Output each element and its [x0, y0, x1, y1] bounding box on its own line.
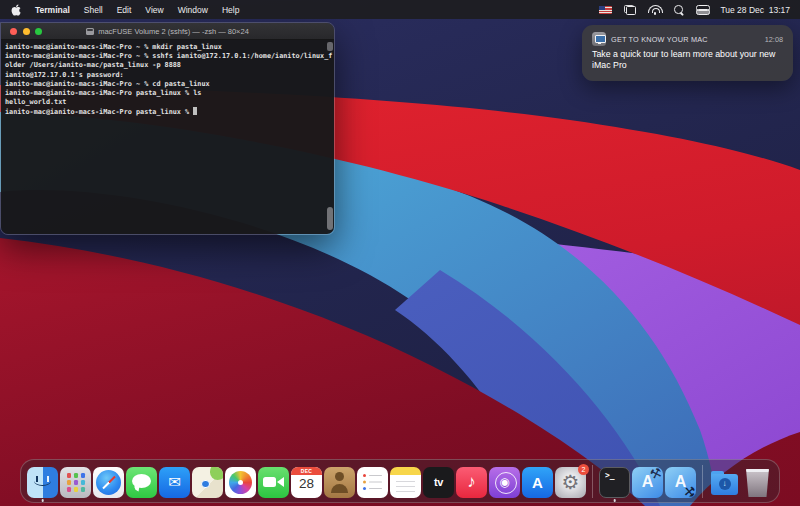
dock-item-notes[interactable] [390, 467, 421, 498]
dock-item-finder[interactable] [27, 467, 58, 498]
terminal-line: hello_world.txt [5, 98, 324, 107]
control-center-icon[interactable] [696, 5, 708, 15]
dock-separator [592, 465, 593, 498]
dock-item-photos[interactable] [225, 467, 256, 498]
dock-item-reminders[interactable] [357, 467, 388, 498]
facetime-icon [258, 467, 289, 498]
notes-icon [390, 467, 421, 498]
notification-banner[interactable]: GET TO KNOW YOUR MAC 12:08 Take a quick … [582, 25, 793, 81]
dock-item-downloads[interactable]: ↓ [709, 467, 740, 498]
dock-separator [702, 465, 703, 498]
safari-icon [93, 467, 124, 498]
terminal-line: ianito-mac@ianito-macs-iMac-Pro pasta_li… [5, 89, 324, 98]
terminal-line: ianito-mac@ianito-macs-iMac-Pro ~ % cd p… [5, 80, 324, 89]
notification-time: 12:08 [765, 35, 783, 44]
tv-icon: tv [423, 467, 454, 498]
apple-menu-icon[interactable] [11, 4, 21, 16]
terminal-window[interactable]: macFUSE Volume 2 (sshfs) — -zsh — 80×24 … [0, 22, 335, 235]
photos-icon [225, 467, 256, 498]
terminal-title-bar[interactable]: macFUSE Volume 2 (sshfs) — -zsh — 80×24 [1, 23, 334, 40]
terminal-line: ianito-mac@ianito-macs-iMac-Pro ~ % mkdi… [5, 43, 324, 52]
devtool2-icon: A [665, 467, 696, 498]
active-app-name[interactable]: Terminal [35, 5, 70, 15]
dock-item-appstore[interactable]: A [522, 467, 553, 498]
devtool-icon: A [632, 467, 663, 498]
dock-item-mail[interactable]: ✉ [159, 467, 190, 498]
dock-item-calendar[interactable]: DEC28 [291, 467, 322, 498]
contacts-icon [324, 467, 355, 498]
terminal-cursor [193, 107, 197, 115]
downloads-icon: ↓ [709, 467, 740, 498]
finder-icon [27, 467, 58, 498]
imac-display-icon [592, 32, 606, 46]
dock-item-devtool2[interactable]: A [665, 467, 696, 498]
maps-icon [192, 467, 223, 498]
dock: ✉DEC28tv♪◉A⚙2>_AA↓ [20, 459, 780, 503]
notification-body: Take a quick tour to learn more about yo… [592, 49, 783, 72]
notification-badge: 2 [578, 464, 589, 475]
menu-shell[interactable]: Shell [84, 5, 103, 15]
dock-item-messages[interactable] [126, 467, 157, 498]
notification-title: GET TO KNOW YOUR MAC [611, 35, 760, 44]
reminders-icon [357, 467, 388, 498]
menu-help[interactable]: Help [222, 5, 239, 15]
terminal-prompt-line: ianito-mac@ianito-macs-iMac-Pro pasta_li… [5, 107, 324, 117]
dock-item-launchpad[interactable] [60, 467, 91, 498]
trash-icon [742, 467, 773, 498]
minimize-button[interactable] [23, 28, 30, 35]
terminal-output-lines: ianito-mac@ianito-macs-iMac-Pro ~ % mkdi… [5, 43, 324, 107]
calendar-icon: DEC28 [291, 467, 322, 498]
mail-icon: ✉ [159, 467, 190, 498]
dock-item-syspref[interactable]: ⚙2 [555, 467, 586, 498]
dock-item-facetime[interactable] [258, 467, 289, 498]
terminal-scrollbar[interactable] [325, 40, 333, 235]
dock-item-safari[interactable] [93, 467, 124, 498]
terminal-line: ianito@172.17.0.1's password: [5, 71, 324, 80]
dock-item-maps[interactable] [192, 467, 223, 498]
terminal-window-title: macFUSE Volume 2 (sshfs) — -zsh — 80×24 [98, 27, 249, 36]
dock-item-music[interactable]: ♪ [456, 467, 487, 498]
running-indicator [613, 499, 616, 502]
menu-items: ShellEditViewWindowHelp [84, 5, 240, 15]
displays-icon[interactable] [624, 5, 636, 15]
terminal-line: older /Users/ianito-mac/pasta_linux -p 8… [5, 61, 324, 70]
launchpad-icon [60, 467, 91, 498]
spotlight-search-icon[interactable] [673, 4, 684, 15]
menu-view[interactable]: View [145, 5, 163, 15]
dock-item-contacts[interactable] [324, 467, 355, 498]
menu-bar: Terminal ShellEditViewWindowHelp Tue 28 … [0, 0, 800, 19]
input-source-flag-icon[interactable] [599, 6, 612, 14]
wifi-icon[interactable] [648, 5, 661, 15]
scrollbar-top-marker [327, 42, 333, 51]
dock-item-tv[interactable]: tv [423, 467, 454, 498]
zoom-button[interactable] [35, 28, 42, 35]
menu-edit[interactable]: Edit [117, 5, 132, 15]
dock-item-podcasts[interactable]: ◉ [489, 467, 520, 498]
podcasts-icon: ◉ [489, 467, 520, 498]
dock-item-devtool[interactable]: A [632, 467, 663, 498]
music-icon: ♪ [456, 467, 487, 498]
dock-item-terminal[interactable]: >_ [599, 467, 630, 498]
appstore-icon: A [522, 467, 553, 498]
terminal-content[interactable]: ianito-mac@ianito-macs-iMac-Pro ~ % mkdi… [1, 40, 334, 235]
window-proxy-icon [86, 28, 94, 35]
close-button[interactable] [10, 28, 17, 35]
terminal-icon: >_ [599, 467, 630, 498]
scrollbar-thumb[interactable] [327, 207, 333, 230]
terminal-line: ianito-mac@ianito-macs-iMac-Pro ~ % sshf… [5, 52, 324, 61]
dock-item-trash[interactable] [742, 467, 773, 498]
messages-icon [126, 467, 157, 498]
running-indicator [41, 499, 44, 502]
menu-bar-clock[interactable]: Tue 28 Dec 13:17 [720, 5, 790, 15]
menu-window[interactable]: Window [178, 5, 208, 15]
